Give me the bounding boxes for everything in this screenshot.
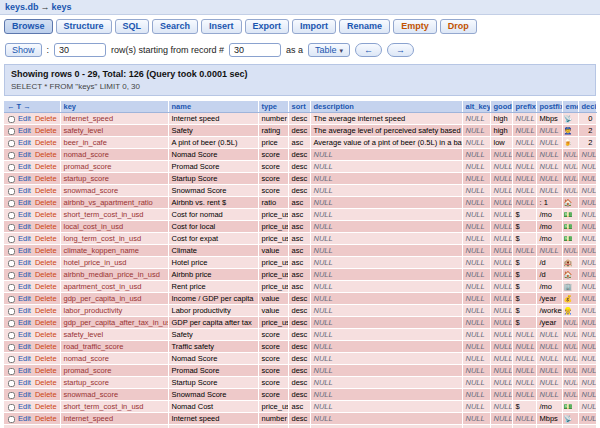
edit-link[interactable]: Edit [18,246,31,255]
delete-link[interactable]: Delete [35,414,57,423]
column-header-name[interactable]: name [168,101,258,113]
edit-link[interactable]: Edit [18,390,31,399]
tab-structure[interactable]: Structure [56,19,112,34]
column-header-decimals[interactable]: decimals [578,101,596,113]
delete-link[interactable]: Delete [35,162,57,171]
next-page-button[interactable]: → [387,43,414,57]
view-select[interactable]: Table▾ [308,43,350,57]
row-checkbox[interactable] [8,140,15,147]
row-checkbox[interactable] [8,152,15,159]
row-checkbox[interactable] [8,212,15,219]
column-header-postfix[interactable]: postfix [536,101,562,113]
start-record-input[interactable] [229,43,281,57]
edit-link[interactable]: Edit [18,270,31,279]
row-checkbox[interactable] [8,284,15,291]
row-checkbox[interactable] [8,356,15,363]
row-checkbox[interactable] [8,392,15,399]
tab-export[interactable]: Export [245,19,290,34]
edit-link[interactable]: Edit [18,342,31,351]
rows-count-input[interactable] [54,43,106,57]
row-checkbox[interactable] [8,296,15,303]
tab-insert[interactable]: Insert [201,19,242,34]
row-checkbox[interactable] [8,188,15,195]
edit-link[interactable]: Edit [18,210,31,219]
row-checkbox[interactable] [8,260,15,267]
edit-link[interactable]: Edit [18,354,31,363]
column-header-emoji[interactable]: emoji [562,101,578,113]
delete-link[interactable]: Delete [35,390,57,399]
row-checkbox[interactable] [8,320,15,327]
row-checkbox[interactable] [8,380,15,387]
delete-link[interactable]: Delete [35,378,57,387]
prev-page-button[interactable]: ← [355,43,382,57]
column-header-type[interactable]: type [258,101,288,113]
breadcrumb-db-link[interactable]: keys.db [5,2,39,12]
delete-link[interactable]: Delete [35,210,57,219]
edit-link[interactable]: Edit [18,282,31,291]
edit-link[interactable]: Edit [18,318,31,327]
delete-link[interactable]: Delete [35,270,57,279]
delete-link[interactable]: Delete [35,114,57,123]
delete-link[interactable]: Delete [35,342,57,351]
delete-link[interactable]: Delete [35,354,57,363]
row-checkbox[interactable] [8,248,15,255]
delete-link[interactable]: Delete [35,138,57,147]
row-checkbox[interactable] [8,164,15,171]
row-checkbox[interactable] [8,344,15,351]
row-checkbox[interactable] [8,332,15,339]
edit-link[interactable]: Edit [18,126,31,135]
delete-link[interactable]: Delete [35,198,57,207]
edit-link[interactable]: Edit [18,138,31,147]
tab-browse[interactable]: Browse [4,19,53,34]
row-checkbox[interactable] [8,236,15,243]
delete-link[interactable]: Delete [35,246,57,255]
delete-link[interactable]: Delete [35,318,57,327]
edit-link[interactable]: Edit [18,234,31,243]
delete-link[interactable]: Delete [35,258,57,267]
edit-link[interactable]: Edit [18,222,31,231]
edit-link[interactable]: Edit [18,150,31,159]
delete-link[interactable]: Delete [35,330,57,339]
delete-link[interactable]: Delete [35,150,57,159]
column-header-description[interactable]: description [310,101,462,113]
delete-link[interactable]: Delete [35,366,57,375]
column-header-good[interactable]: good [490,101,512,113]
delete-link[interactable]: Delete [35,174,57,183]
edit-link[interactable]: Edit [18,258,31,267]
edit-link[interactable]: Edit [18,174,31,183]
tab-rename[interactable]: Rename [339,19,390,34]
tab-drop[interactable]: Drop [440,19,477,34]
delete-link[interactable]: Delete [35,186,57,195]
breadcrumb-table-link[interactable]: keys [52,2,72,12]
row-checkbox[interactable] [8,308,15,315]
delete-link[interactable]: Delete [35,222,57,231]
row-checkbox[interactable] [8,272,15,279]
row-checkbox[interactable] [8,200,15,207]
delete-link[interactable]: Delete [35,402,57,411]
row-checkbox[interactable] [8,176,15,183]
delete-link[interactable]: Delete [35,234,57,243]
row-checkbox[interactable] [8,224,15,231]
column-header-sort[interactable]: sort [288,101,310,113]
row-checkbox[interactable] [8,404,15,411]
delete-link[interactable]: Delete [35,282,57,291]
edit-link[interactable]: Edit [18,186,31,195]
column-header-prefix[interactable]: prefix [512,101,536,113]
show-button[interactable]: Show [5,43,42,57]
delete-link[interactable]: Delete [35,126,57,135]
edit-link[interactable]: Edit [18,306,31,315]
edit-link[interactable]: Edit [18,294,31,303]
column-header-key[interactable]: key [60,101,168,113]
tab-import[interactable]: Import [292,19,336,34]
tab-sql[interactable]: SQL [115,19,150,34]
row-checkbox[interactable] [8,368,15,375]
edit-link[interactable]: Edit [18,114,31,123]
edit-link[interactable]: Edit [18,366,31,375]
row-checkbox[interactable] [8,416,15,423]
row-checkbox[interactable] [8,128,15,135]
edit-link[interactable]: Edit [18,330,31,339]
tab-search[interactable]: Search [152,19,198,34]
edit-link[interactable]: Edit [18,378,31,387]
delete-link[interactable]: Delete [35,294,57,303]
tab-empty[interactable]: Empty [393,19,437,34]
